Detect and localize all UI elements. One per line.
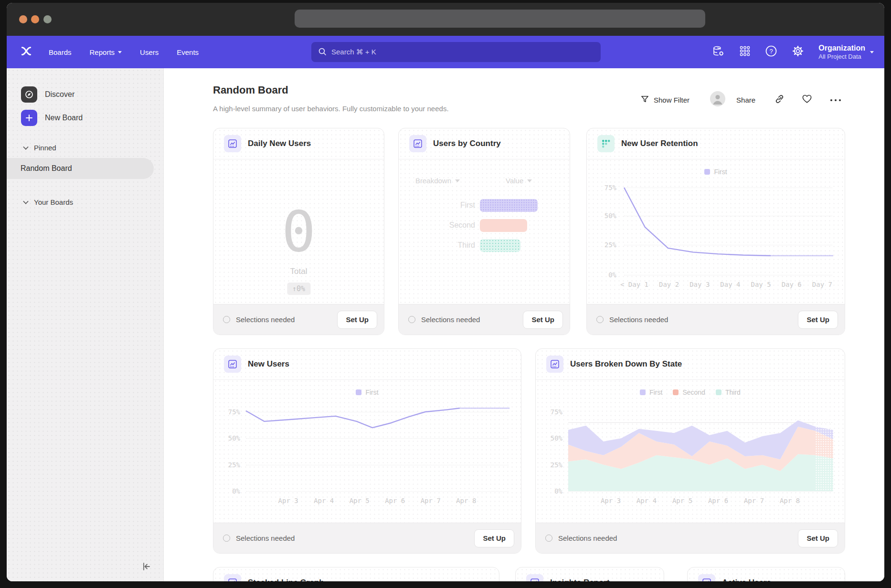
sidebar-item-discover[interactable]: Discover	[21, 86, 74, 103]
top-navbar: Boards Reports Users Events Search ⌘ + K	[7, 36, 884, 68]
avatar[interactable]	[710, 91, 726, 109]
nav-item-users[interactable]: Users	[140, 48, 159, 56]
setup-button[interactable]: Set Up	[523, 311, 563, 329]
card-active-users: Active Users	[687, 567, 845, 581]
search-placeholder: Search ⌘ + K	[331, 48, 376, 56]
nav-item-events[interactable]: Events	[177, 48, 199, 56]
apps-grid-icon[interactable]	[739, 45, 751, 59]
sidebar: Discover New Board Pinned Random Board Y…	[7, 68, 164, 581]
legend-swatch	[704, 169, 710, 175]
legend-swatch	[356, 389, 361, 395]
status-circle-icon	[596, 316, 604, 323]
data-management-icon[interactable]	[712, 45, 725, 59]
status-circle-icon	[545, 535, 552, 542]
line-chart-icon	[224, 135, 241, 152]
card-insights-report: Insights Report	[515, 567, 664, 581]
page-title: Random Board	[213, 84, 288, 96]
card-title: Active Users	[722, 578, 771, 581]
more-options-icon[interactable]	[829, 95, 842, 104]
line-chart-icon	[546, 356, 563, 373]
line-chart-icon	[526, 574, 543, 581]
chart-legend: First Second Third	[536, 388, 845, 396]
chevron-down-icon	[870, 51, 874, 53]
address-bar[interactable]	[295, 10, 705, 28]
card-title: Daily New Users	[248, 139, 311, 148]
status-circle-icon	[408, 316, 415, 323]
sidebar-item-new-board[interactable]: New Board	[21, 110, 83, 126]
search-input[interactable]: Search ⌘ + K	[311, 42, 601, 62]
mixpanel-logo-icon[interactable]	[20, 45, 32, 59]
bar-row-label: Third	[418, 241, 475, 250]
line-chart-icon	[409, 135, 426, 152]
favorite-heart-icon[interactable]	[802, 94, 812, 105]
copy-link-icon[interactable]	[774, 94, 785, 106]
new-users-line-chart	[246, 412, 509, 491]
card-new-user-retention: New User Retention First 75% 50% 25% 0%	[586, 128, 845, 335]
breakdown-dropdown[interactable]: Breakdown	[415, 177, 460, 185]
help-icon[interactable]: ?	[765, 45, 777, 59]
org-project: All Project Data	[818, 53, 865, 61]
sidebar-section-your-boards[interactable]: Your Boards	[23, 198, 73, 206]
card-title: Users by Country	[433, 139, 501, 148]
card-title: New User Retention	[621, 139, 698, 148]
line-chart-icon	[698, 574, 715, 581]
setup-button[interactable]: Set Up	[474, 529, 514, 547]
status-text: Selections needed	[236, 534, 468, 542]
org-name: Organization	[818, 43, 865, 53]
filter-funnel-icon	[640, 94, 649, 105]
chevron-down-icon	[455, 179, 460, 182]
svg-text:?: ?	[770, 48, 773, 55]
nav-item-boards[interactable]: Boards	[49, 48, 72, 56]
chevron-down-icon	[23, 199, 28, 204]
state-stacked-area-chart	[568, 412, 833, 491]
card-title: New Users	[248, 359, 289, 369]
sidebar-item-random-board[interactable]: Random Board	[7, 158, 154, 179]
nav-item-reports[interactable]: Reports	[90, 48, 122, 56]
metric-value: 0	[213, 203, 384, 260]
show-filter-button[interactable]: Show Filter	[640, 94, 689, 105]
status-circle-icon	[223, 316, 230, 323]
chevron-down-icon	[118, 51, 122, 53]
browser-window: Boards Reports Users Events Search ⌘ + K	[7, 3, 884, 581]
bar-row-label: Second	[418, 221, 475, 230]
bar-second	[480, 219, 527, 232]
x-axis-labels: Apr 3Apr 4Apr 5Apr 6Apr 7Apr 8	[568, 497, 832, 504]
line-chart-icon	[224, 356, 241, 373]
chevron-down-icon	[23, 144, 28, 149]
card-users-by-state: Users Broken Down By State First Second …	[535, 348, 845, 554]
setup-button[interactable]: Set Up	[798, 529, 838, 547]
org-switcher[interactable]: Organization All Project Data	[818, 43, 874, 61]
setup-button[interactable]: Set Up	[798, 311, 838, 329]
status-text: Selections needed	[609, 315, 792, 324]
card-users-by-country: Users by Country Breakdown Value First S…	[398, 128, 570, 335]
card-title: Users Broken Down By State	[570, 359, 682, 369]
bar-row-label: First	[418, 201, 475, 210]
retention-grid-icon	[597, 135, 615, 152]
traffic-light-close[interactable]	[19, 15, 27, 23]
legend-swatch	[640, 389, 646, 395]
sidebar-section-pinned[interactable]: Pinned	[23, 144, 56, 152]
chart-legend: First	[587, 168, 845, 176]
incomplete-data-hatch	[815, 412, 833, 491]
chevron-down-icon	[527, 179, 532, 182]
traffic-light-minimize[interactable]	[31, 15, 39, 23]
x-axis-labels: Apr 3Apr 4Apr 5Apr 6Apr 7Apr 8	[246, 497, 509, 504]
setup-button[interactable]: Set Up	[337, 311, 377, 329]
sidebar-collapse-icon[interactable]	[141, 561, 152, 574]
search-icon	[318, 47, 327, 57]
settings-gear-icon[interactable]	[792, 45, 804, 59]
metric-delta-badge: ↑0%	[287, 283, 310, 295]
plus-icon	[21, 110, 37, 126]
status-text: Selections needed	[236, 315, 331, 324]
metric-label: Total	[213, 267, 384, 276]
traffic-light-zoom[interactable]	[43, 15, 52, 23]
discover-compass-icon	[21, 86, 37, 103]
share-button[interactable]: Share	[736, 96, 755, 104]
line-chart-icon	[224, 574, 241, 581]
status-circle-icon	[223, 535, 230, 542]
bar-first	[480, 199, 538, 212]
retention-line-chart	[624, 188, 833, 275]
value-dropdown[interactable]: Value	[506, 177, 532, 185]
card-title: Insights Report	[550, 578, 610, 581]
card-new-users: New Users First 75% 50% 25% 0%	[213, 348, 521, 554]
